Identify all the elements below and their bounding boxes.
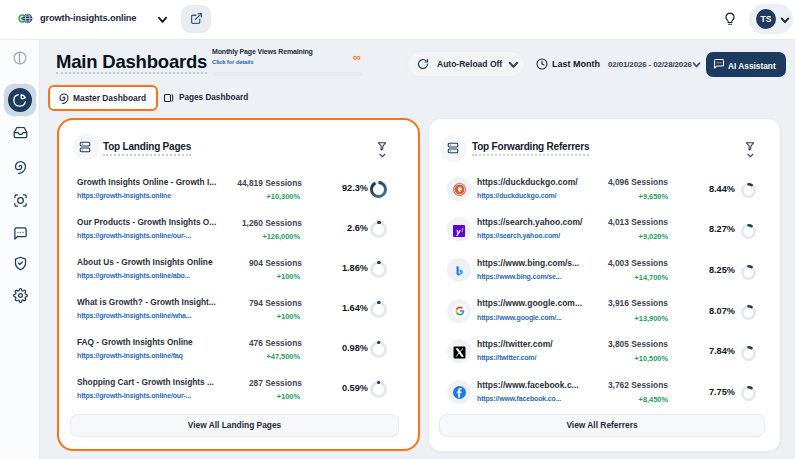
svg-text:y: y [455, 227, 461, 236]
